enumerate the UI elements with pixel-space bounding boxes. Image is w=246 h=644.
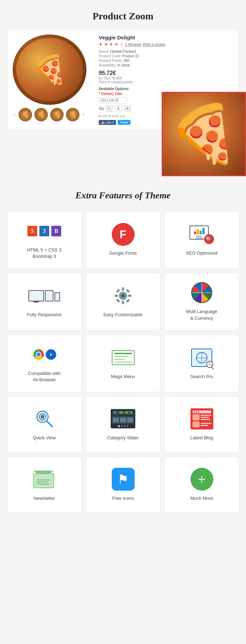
svg-rect-9: [126, 299, 130, 303]
svg-rect-6: [116, 289, 120, 293]
latest-blog-icon-wrap: [189, 408, 214, 429]
feature-card-newsletter: Newsletter: [7, 457, 82, 513]
flag-icon: ⚑: [117, 472, 129, 487]
product-code-row: Product Code: Product 21: [99, 54, 233, 58]
google-fonts-icon: F: [111, 224, 135, 245]
qty-decrease-button[interactable]: −: [106, 105, 112, 111]
css3-icon: 3: [39, 226, 49, 236]
thumbnail-row: ‹ ›: [13, 108, 93, 122]
search-magnify-icon: 🔍: [206, 361, 213, 368]
globe-icon: [191, 282, 212, 303]
google-f-icon: F: [112, 223, 135, 246]
extra-features-section: Extra Features of Theme 5 3 B HTML 5 + C…: [0, 176, 246, 520]
star-1: ★: [99, 42, 103, 47]
price-ex-tax: Ex Tax: 78.45€: [99, 76, 233, 80]
free-icons-icon-wrap: ⚑: [111, 469, 135, 490]
feature-card-category-slider: < >: [86, 396, 160, 453]
svg-rect-4: [115, 295, 118, 297]
feature-card-quick-view: Quick View: [7, 396, 82, 453]
thumbnail-3[interactable]: [50, 108, 64, 122]
star-4: ★: [115, 42, 118, 47]
reward-points-row: Reward Points: 300: [99, 59, 233, 63]
star-3: ★: [109, 42, 113, 47]
svg-rect-3: [122, 301, 124, 304]
delivery-date-input[interactable]: [99, 97, 127, 103]
thumbnail-2[interactable]: [34, 108, 48, 122]
tablet-icon: [45, 290, 53, 301]
reward-value: 300: [124, 59, 130, 63]
latest-blog-icon: [190, 408, 213, 429]
write-review-link[interactable]: Write a review: [143, 43, 165, 46]
quick-view-svg: [35, 409, 54, 428]
twitter-button[interactable]: Tweet: [118, 120, 130, 125]
category-slider-icon-wrap: < >: [111, 408, 135, 429]
brand-value: Hewlett-Packard: [110, 50, 136, 53]
product-code-label: Product Code:: [99, 54, 121, 58]
brand-label: Brand:: [99, 50, 109, 53]
product-code-value: Product 21: [122, 54, 139, 58]
qty-label: Qty: [99, 107, 104, 110]
feature-card-multi-language: Multi Language& Currency: [164, 273, 239, 330]
thumbnail-4[interactable]: [66, 108, 80, 122]
chrome-icon: [32, 348, 45, 361]
feature-label-latest-blog: Latest Blog: [190, 435, 213, 441]
svg-rect-7: [126, 289, 130, 293]
tech-stack-icon: 5 3 B: [32, 221, 57, 242]
product-image-left: ‹ ›: [13, 34, 93, 125]
main-product-image: [13, 34, 86, 105]
reward-label: Reward Points:: [99, 59, 123, 63]
ie-icon: e: [46, 349, 56, 360]
feature-card-html-css-bootstrap: 5 3 B HTML 5 + CSS 3Bootstrap 3: [7, 211, 82, 269]
multi-language-icon: [189, 282, 214, 303]
feature-card-google-fonts: F Google Fonts: [86, 211, 160, 269]
star-2: ★: [104, 42, 108, 47]
browsers-icon: e: [32, 344, 57, 365]
feature-card-mega-menu: Mega Menu: [86, 335, 160, 392]
qty-increase-button[interactable]: +: [124, 105, 131, 111]
thumb-next-arrow[interactable]: ›: [82, 112, 85, 117]
search-globe-inner: [196, 352, 207, 363]
feature-label-much-more: Much More: [190, 495, 213, 502]
search-pro-icon-wrap: 🔍: [189, 347, 214, 368]
availability-row: Availability: In Stock: [99, 63, 233, 67]
feature-label-customizable: Easy Customizable: [103, 312, 142, 318]
price-block: 95.72€ Ex Tax: 78.45€ Price in reward po…: [99, 70, 233, 84]
wishlist-text: ♥ Add To Wish List: [99, 114, 125, 118]
thumbnail-1[interactable]: [18, 108, 32, 122]
html5-icon: 5: [27, 226, 37, 236]
feature-card-free-icons: ⚑ Free Icons: [86, 457, 160, 513]
feature-label-google-fonts: Google Fonts: [109, 250, 137, 256]
gear-icon-wrap: [111, 285, 135, 306]
svg-line-18: [46, 421, 52, 427]
quick-view-icon-wrap: [32, 408, 57, 429]
feature-label-search-pro: Search Pro: [190, 374, 213, 380]
feature-label-responsive: Fully Responsive: [27, 312, 62, 318]
svg-rect-2: [122, 287, 124, 291]
availability-label: Availability:: [99, 63, 116, 67]
brand-row: Brand: Hewlett-Packard: [99, 50, 233, 53]
svg-rect-5: [128, 295, 131, 297]
thumb-prev-arrow[interactable]: ‹: [13, 112, 17, 117]
product-zoom-section: Product Zoom ‹ › Veggie Delight ★: [0, 0, 246, 162]
features-section-title: Extra Features of Theme: [7, 190, 239, 201]
product-name: Veggie Delight: [99, 34, 233, 40]
feature-card-browser: e Compatible withAll Browser: [7, 335, 82, 392]
feature-card-responsive: Fully Responsive: [7, 273, 82, 330]
review-count[interactable]: 1 Reviews: [125, 43, 141, 46]
svg-rect-8: [116, 299, 120, 303]
free-icons-icon: ⚑: [112, 468, 135, 491]
feature-label-multi-language: Multi Language& Currency: [186, 308, 218, 321]
feature-card-search-pro: 🔍 Search Pro: [164, 335, 239, 392]
product-zoom-title: Product Zoom: [7, 11, 239, 22]
feature-label-html-css-bootstrap: HTML 5 + CSS 3Bootstrap 3: [27, 247, 62, 260]
facebook-button[interactable]: 👍 Like it: [99, 120, 116, 125]
phone-icon: [54, 292, 60, 301]
much-more-icon-wrap: +: [189, 469, 214, 490]
cat-slider-icon: < >: [111, 409, 135, 428]
feature-card-much-more: + Much More: [164, 457, 239, 513]
seo-magnify-icon: 🔍: [204, 234, 214, 244]
bootstrap-icon: B: [51, 226, 61, 236]
feature-label-category-slider: Category Slider: [107, 435, 139, 441]
available-options: Available Options:: [99, 87, 233, 91]
star-5: ★: [120, 42, 124, 47]
